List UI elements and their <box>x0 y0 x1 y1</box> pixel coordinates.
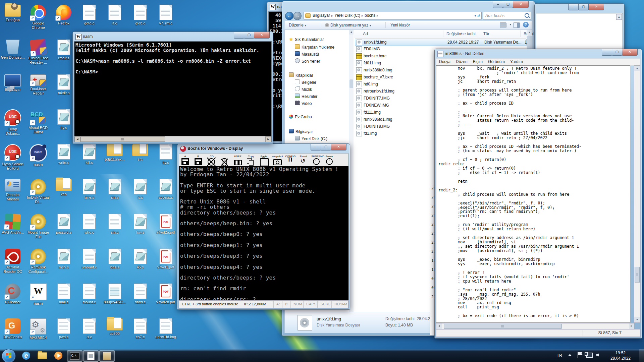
taskbar-button-bochs[interactable] <box>99 350 115 362</box>
bochs-tool-snapshot[interactable]: snapshot <box>272 155 282 166</box>
write-disk-image-button[interactable]: Disk yansımasını yaz ▾ <box>325 23 371 27</box>
volume-icon[interactable] <box>596 353 599 357</box>
sidebar-item-s-k-kullan-lanlar[interactable]: Sık Kullanılanlar <box>289 37 324 42</box>
desktop-icon-ken[interactable]: ken <box>52 179 76 196</box>
back-button[interactable]: ← <box>285 12 293 20</box>
menu-grnm[interactable]: Görünüm <box>485 59 507 64</box>
show-desktop-button[interactable] <box>639 349 644 362</box>
desktop-icon-access-s[interactable]: access.s <box>154 179 178 200</box>
scroll-right-icon[interactable]: ► <box>629 323 634 329</box>
minimize-button[interactable]: – <box>234 32 244 39</box>
maximize-button[interactable]: ▢ <box>578 4 589 10</box>
sidebar-item-yerel-disk-c-[interactable]: Yerel Disk (C:) <box>295 136 327 141</box>
desktop-icon-if-c[interactable]: if.c <box>103 5 127 25</box>
bochs-tool-suspend[interactable]: SUSPEND <box>311 155 321 166</box>
taskbar-button-ie[interactable]: e <box>19 350 34 361</box>
scroll-right-icon[interactable]: ► <box>265 136 271 142</box>
sidebar-item-masa-st-[interactable]: Masaüstü <box>295 51 319 57</box>
desktop-icon-bas-s[interactable]: bas.s <box>103 249 127 269</box>
breadcrumb-3[interactable]: bochs <box>363 12 377 18</box>
action-center-icon[interactable] <box>578 352 578 358</box>
desktop-icon-msh-s[interactable]: msh.s <box>52 249 76 269</box>
desktop-icon-firefox[interactable]: ↗Firefox <box>52 5 76 25</box>
minimize-button[interactable]: – <box>568 4 579 10</box>
column-ad[interactable]: Ad <box>363 32 368 36</box>
desktop-icon-masm614[interactable]: ↗MASM614 <box>26 318 50 340</box>
views-dropdown-icon[interactable]: ▾ <box>509 23 511 26</box>
sidebar-item-belgeler[interactable]: Belgeler <box>295 79 316 85</box>
desktop-icon-erdo-an[interactable]: Erdoğan <box>1 5 25 22</box>
desktop-icon-visual-bcd-editor[interactable]: ↗Visual BCD Editor <box>26 109 50 134</box>
maximize-button[interactable]: ▢ <box>244 32 254 39</box>
bochs-tool-user[interactable]: USER <box>233 155 243 166</box>
menu-dzen[interactable]: Düzen <box>453 59 470 64</box>
desktop-icon-pwd-c[interactable]: pwd.c <box>52 318 76 339</box>
scrollbar-thumb[interactable] <box>80 136 165 142</box>
desktop-icon-v7vol1-pdf[interactable]: v7vol1.pdf <box>154 249 178 269</box>
scrollbar-thumb[interactable] <box>444 324 562 329</box>
menu-biim[interactable]: Biçim <box>470 59 485 64</box>
column-tur[interactable]: Tür <box>483 32 489 36</box>
network-icon[interactable] <box>586 353 593 358</box>
close-button[interactable]: ✕ <box>588 4 604 10</box>
desktop-icon-who-c[interactable]: who.c <box>77 214 101 235</box>
language-indicator[interactable]: TR <box>557 353 562 358</box>
desktop-icon-ls-c[interactable]: ls.c <box>77 318 101 339</box>
desktop-icon-google-chrome[interactable]: ↗Google Chrome <box>26 5 50 30</box>
taskbar-button-explorer[interactable] <box>35 350 50 361</box>
search-box[interactable]: Ara: bochs <box>483 12 531 20</box>
scroll-up-icon[interactable]: ▲ <box>349 30 354 35</box>
preview-pane-icon[interactable] <box>513 22 520 28</box>
desktop-icon-45-s[interactable]: 45.s <box>128 249 152 269</box>
minimize-button[interactable]: – <box>311 144 321 150</box>
desktop-icon-sin-s[interactable]: sin.s <box>103 179 127 200</box>
address-dropdown-icon[interactable]: ▾ <box>474 13 476 17</box>
desktop-icon-cc500[interactable]: cc500 <box>103 318 127 336</box>
notepad-vertical-scrollbar[interactable]: ▲ ▼ <box>634 65 640 323</box>
desktop-icon-eusing-free-registry-[interactable]: ↗Eusing Free Registry ... <box>26 40 50 65</box>
scroll-up-icon[interactable]: ▲ <box>527 30 532 35</box>
desktop-icon-avg-antivir-[interactable]: ↗AVG AntiVir... <box>1 214 25 235</box>
cmd-horizontal-scrollbar[interactable]: ◄ ► <box>74 136 271 142</box>
desktop-icon-goto-c[interactable]: goto.c <box>77 5 101 25</box>
desktop-icon-unixv1fd-img[interactable]: unixv1fd.img <box>154 318 178 339</box>
menu-yardm[interactable]: Yardım <box>507 59 526 64</box>
desktop-icon-ramdisk-configurat-[interactable]: ↗RamDisk Configurat... <box>26 249 50 274</box>
desktop-icon-diskgenius[interactable]: ↗DiskGenius <box>1 318 25 339</box>
desktop-icon-mount-image-file[interactable]: ↗Mount Image File <box>26 214 50 239</box>
bochs-tool-reset[interactable]: Reset↺ <box>298 155 308 166</box>
desktop-icon-bilgisayar[interactable]: Bilgisayar <box>1 74 25 92</box>
desktop-icon-passwd-s[interactable]: passwd.s <box>52 214 76 235</box>
cmd-window[interactable]: W nasm –▢✕ Microsoft Windows [Sürüm 6.1.… <box>72 32 273 144</box>
desktop-icon-cp7-c[interactable]: cp7.c <box>128 318 152 339</box>
maximize-button[interactable]: ▢ <box>612 49 622 56</box>
desktop-icon-glob-c[interactable]: glob.c <box>128 5 152 25</box>
desktop-icon-nasm[interactable]: ↗nasm <box>26 144 50 167</box>
bochs-window[interactable]: Bochs for Windows - Display –▢✕ A:B:CDUS… <box>177 143 350 310</box>
desktop-icon-sin-c[interactable]: sin.c <box>103 214 127 235</box>
organize-menu[interactable]: Düzenle ▾ <box>289 23 306 27</box>
close-button[interactable]: ✕ <box>622 49 638 56</box>
scroll-left-icon[interactable]: ◄ <box>74 136 80 142</box>
forward-button[interactable]: → <box>293 12 302 20</box>
close-button[interactable]: ✕ <box>331 144 346 150</box>
new-folder-button[interactable]: Yeni klasör <box>390 23 410 27</box>
clock[interactable]: 19:52 28.04.2022 <box>607 350 634 361</box>
bochs-tool-paste[interactable]: Paste <box>259 155 269 166</box>
desktop-icon-time-s[interactable]: time.s <box>77 179 101 200</box>
sidebar-item-ev-grubu[interactable]: Ev Grubu <box>289 115 312 119</box>
desktop-icon-src[interactable]: src <box>128 144 152 162</box>
desktop-icon-mount-c[interactable]: mount.c <box>77 284 101 304</box>
desktop-icon-ccleaner[interactable]: ↗CCleaner <box>1 284 25 304</box>
tray-expand-icon[interactable] <box>568 354 572 356</box>
desktop-icon-tty-c[interactable]: tty.c <box>154 144 178 165</box>
scroll-down-icon[interactable]: ▼ <box>634 317 640 322</box>
bochs-tool-a[interactable]: A: <box>180 155 191 166</box>
taskbar-button-wmp[interactable] <box>51 350 66 361</box>
bochs-tool-cd[interactable]: CD <box>207 155 217 166</box>
views-icon[interactable] <box>500 22 506 28</box>
sidebar-item-resimler[interactable]: Resimler <box>295 94 317 99</box>
desktop-icon-ls-s[interactable]: ls.s <box>128 179 152 200</box>
sidebar-item-kitapl-klar[interactable]: Kitaplıklar <box>289 72 313 78</box>
desktop-icon-v7-rm-c[interactable]: v7_rm.c <box>154 5 178 25</box>
